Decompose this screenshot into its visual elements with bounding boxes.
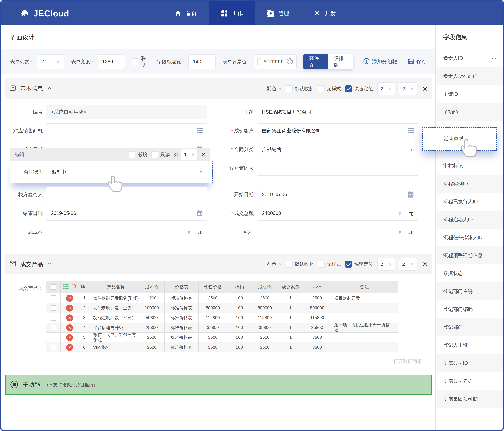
sidebar-field-主键ID[interactable]: 主键ID bbox=[436, 85, 503, 103]
grid-cols-select[interactable]: 2∨ bbox=[399, 82, 417, 95]
form-bg-color-picker[interactable]: #FFFFFF bbox=[254, 55, 297, 69]
sidebar-field-登记人主键[interactable]: 登记人主键 bbox=[436, 336, 503, 354]
row-checkbox[interactable] bbox=[51, 325, 56, 330]
nostyle-checkbox[interactable] bbox=[318, 261, 324, 267]
table-cell: 微信、飞书、钉钉三方集成 bbox=[90, 333, 139, 342]
row-checkbox[interactable] bbox=[51, 295, 56, 301]
palette-dropdown[interactable]: 配色∨ bbox=[267, 85, 282, 92]
input-field-客户签约人[interactable] bbox=[257, 161, 418, 176]
input-field-主题[interactable]: HSE系统项目开发合同 bbox=[257, 105, 418, 119]
sidebar-field-子功能[interactable]: 子功能 bbox=[436, 103, 503, 121]
selected-field-合同状态[interactable]: 合同状态编制中▼ bbox=[10, 161, 213, 183]
input-field-成交客户[interactable]: 国药集团药业股份有限公司 bbox=[257, 123, 418, 138]
sidebar-field-数据状态[interactable]: 数据状态 bbox=[436, 264, 503, 282]
linkage-checkbox[interactable] bbox=[132, 58, 138, 65]
calendar-icon[interactable] bbox=[407, 191, 414, 198]
save-button[interactable]: 保存 bbox=[407, 58, 427, 66]
row-checkbox[interactable] bbox=[51, 315, 56, 321]
nav-item-工作[interactable]: 工作 bbox=[209, 1, 255, 25]
delete-row-icon[interactable]: × bbox=[66, 334, 73, 341]
number-stepper[interactable]: ▲▼ bbox=[398, 229, 401, 235]
quick-locate-checkbox[interactable] bbox=[345, 85, 352, 92]
input-field-我方签约人[interactable] bbox=[46, 187, 207, 202]
input-field-编号[interactable]: <系统自动生成> bbox=[46, 105, 207, 119]
field-edit-toolbar: 编辑必填只读列1∨× bbox=[10, 148, 210, 161]
table-cell bbox=[46, 313, 61, 323]
form-width-input[interactable]: 1280 bbox=[98, 55, 125, 69]
row-checkbox[interactable] bbox=[51, 335, 56, 340]
quick-locate-checkbox[interactable] bbox=[345, 261, 352, 267]
readonly-checkbox[interactable] bbox=[151, 151, 158, 158]
sidebar-field-负责人ID[interactable]: 负责人ID··· bbox=[436, 49, 503, 67]
add-group-button[interactable]: 添加分组框 bbox=[363, 58, 397, 66]
chevron-up-icon[interactable] bbox=[47, 85, 52, 92]
sidebar-field-所属公司名称[interactable]: 所属公司名称 bbox=[436, 372, 503, 390]
sidebar-field-流程预警延期信息[interactable]: 流程预警延期信息 bbox=[436, 247, 503, 264]
sidebar-field-登记部门编码[interactable]: 登记部门编码 bbox=[436, 300, 503, 318]
header-text: 成交数量 bbox=[282, 284, 299, 290]
date-field-开始日期[interactable]: 2019-05-06 bbox=[257, 187, 418, 202]
grid-rows-select[interactable]: 2∨ bbox=[377, 258, 395, 271]
collapse-checkbox[interactable] bbox=[286, 85, 293, 92]
sidebar-field-流程已执行人ID[interactable]: 流程已执行人ID bbox=[436, 193, 503, 211]
delete-row-icon[interactable]: × bbox=[66, 304, 73, 312]
sidebar-field-流程任务指派人ID[interactable]: 流程任务指派人ID bbox=[436, 229, 503, 247]
nav-item-管理[interactable]: 管理 bbox=[255, 1, 301, 25]
edit-link[interactable]: 编辑 bbox=[15, 151, 25, 158]
sidebar-field-所属公司ID[interactable]: 所属公司ID bbox=[436, 354, 503, 372]
number-stepper[interactable]: ▲▼ bbox=[187, 229, 190, 235]
close-icon[interactable]: × bbox=[423, 85, 427, 93]
sidebar-field-审核标记[interactable]: 审核标记 bbox=[436, 157, 503, 175]
subfunction-bar[interactable]: 子功能 （不支持拖拽到分组框内） bbox=[5, 375, 432, 395]
layout-only-mode-button[interactable]: 仅排版 bbox=[328, 55, 353, 69]
close-icon[interactable]: × bbox=[201, 151, 206, 158]
nav-item-开发[interactable]: 开发 bbox=[301, 1, 348, 25]
row-checkbox[interactable] bbox=[51, 345, 56, 350]
input-field-成交总额[interactable]: 2400000▲▼元 bbox=[257, 206, 418, 221]
sidebar-field-登记部门[interactable]: 登记部门 bbox=[436, 318, 503, 336]
grid-rows-select[interactable]: 2∨ bbox=[377, 82, 395, 95]
grid-cols-select[interactable]: 2∨ bbox=[399, 258, 417, 271]
sidebar-field-登记部门主键[interactable]: 登记部门主键 bbox=[436, 282, 503, 300]
dragging-field-card[interactable]: 活动类型 bbox=[422, 127, 496, 151]
add-rows-icon[interactable] bbox=[63, 283, 69, 291]
form-cols-select[interactable]: 2 ∨ bbox=[37, 55, 64, 69]
collapse-checkbox[interactable] bbox=[286, 261, 293, 267]
nostyle-checkbox[interactable] bbox=[318, 85, 324, 92]
brand-logo[interactable]: JECloud bbox=[20, 1, 69, 25]
open-data-panel-link[interactable]: 打开数据面板 bbox=[5, 354, 432, 369]
required-checkbox[interactable] bbox=[129, 151, 135, 158]
column-select[interactable]: 1∨ bbox=[181, 149, 198, 160]
select-all-checkbox[interactable] bbox=[51, 284, 56, 290]
date-field-结束日期[interactable]: 2019-05-06 bbox=[46, 206, 207, 221]
section-title: 成交产品 bbox=[9, 260, 52, 268]
hifi-mode-button[interactable]: 高保真 bbox=[303, 55, 328, 69]
delete-rows-icon[interactable] bbox=[71, 283, 77, 291]
more-options-icon[interactable]: ··· bbox=[489, 55, 497, 62]
delete-row-icon[interactable]: × bbox=[66, 314, 73, 321]
nav-item-首页[interactable]: 首页 bbox=[162, 1, 209, 25]
number-stepper[interactable]: ▲▼ bbox=[398, 211, 401, 216]
chevron-up-icon[interactable] bbox=[47, 261, 52, 268]
select-field-合同分类[interactable]: 产品销售▼ bbox=[257, 142, 418, 157]
delete-row-icon[interactable]: × bbox=[66, 295, 73, 302]
delete-row-icon[interactable]: × bbox=[66, 344, 73, 351]
select-field-合同状态[interactable]: 编制中▼ bbox=[47, 165, 208, 179]
input-field-总成本[interactable]: ▲▼元 bbox=[46, 225, 207, 239]
sidebar-field-所属集团公司ID[interactable]: 所属集团公司ID bbox=[436, 390, 503, 408]
sidebar-field-流程启动人ID[interactable]: 流程启动人ID bbox=[436, 211, 503, 229]
calendar-icon[interactable] bbox=[196, 210, 203, 217]
close-icon[interactable]: × bbox=[423, 260, 427, 268]
input-field-对应销售商机[interactable] bbox=[46, 123, 207, 138]
palette-dropdown[interactable]: 配色∨ bbox=[267, 261, 282, 267]
row-checkbox[interactable] bbox=[51, 305, 56, 311]
input-field-毛利[interactable]: ▲▼元 bbox=[257, 225, 418, 239]
sidebar-field-负责人所在部门[interactable]: 负责人所在部门 bbox=[436, 67, 503, 85]
sidebar-field-流程实例ID[interactable]: 流程实例ID bbox=[436, 175, 503, 193]
cell-text: 1 bbox=[289, 305, 292, 310]
label-width-input[interactable]: 140 bbox=[189, 55, 216, 69]
delete-row-icon[interactable]: × bbox=[66, 324, 73, 331]
list-picker-icon[interactable] bbox=[407, 127, 414, 134]
list-picker-icon[interactable] bbox=[196, 127, 203, 134]
table-cell: 1200 bbox=[139, 293, 164, 303]
